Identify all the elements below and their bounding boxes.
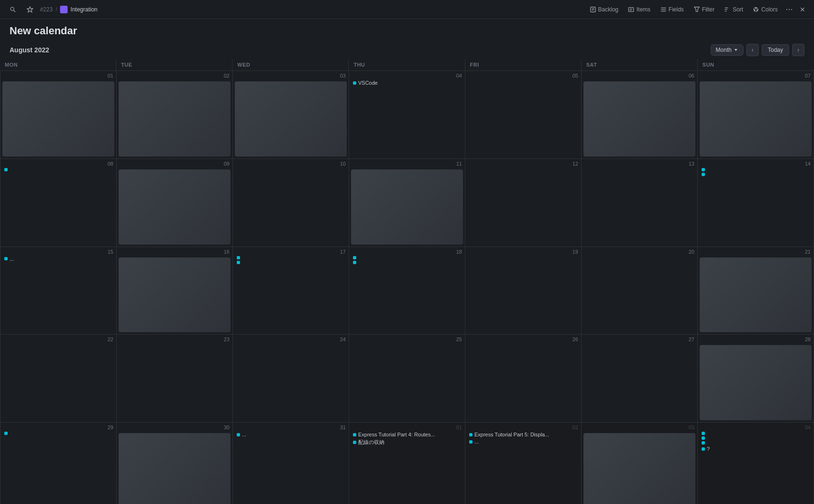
svg-point-0 — [10, 7, 14, 10]
event-item-2-3-1[interactable] — [352, 260, 462, 265]
gray-block-4-5 — [583, 433, 695, 504]
cal-cell-2-0[interactable]: 15... — [0, 247, 117, 335]
cal-cell-1-5[interactable]: 13 — [582, 159, 698, 247]
event-item-1-6-1[interactable] — [701, 172, 811, 177]
backlog-button[interactable]: Backlog — [586, 4, 623, 15]
event-item-4-3-0[interactable]: Express Tutorial Part 4: Routes... — [352, 431, 462, 438]
close-button[interactable]: ✕ — [797, 4, 808, 15]
date-num-0-1: 02 — [120, 73, 230, 79]
event-item-4-6-1[interactable] — [701, 436, 811, 440]
event-item-1-6-0[interactable] — [701, 168, 811, 172]
event-label-4-3-1: 配線の収納 — [358, 439, 384, 446]
cal-cell-0-6[interactable]: 07 — [698, 71, 814, 159]
event-item-4-4-0[interactable]: Express Tutorial Part 5: Displa... — [468, 431, 578, 438]
cal-cell-4-4[interactable]: 02Express Tutorial Part 5: Displa...... — [465, 423, 582, 504]
event-item-4-0-0[interactable] — [3, 431, 113, 435]
event-item-0-3-0[interactable]: VSCode — [352, 79, 462, 86]
fields-button[interactable]: Fields — [656, 4, 688, 15]
cal-rows-container: 01020304VSCode0506070809101112131415...1… — [0, 71, 814, 504]
date-num-3-1: 23 — [120, 336, 230, 343]
event-item-4-6-2[interactable] — [701, 441, 811, 445]
cal-cell-0-5[interactable]: 06 — [582, 71, 698, 159]
cal-cell-3-0[interactable]: 22 — [0, 335, 117, 423]
sort-button[interactable]: Sort — [720, 4, 747, 15]
cal-toolbar: August 2022 Month ‹ Today › — [0, 41, 814, 59]
prev-month-button[interactable]: ‹ — [746, 44, 759, 56]
date-num-0-5: 06 — [584, 73, 694, 79]
cal-cell-2-6[interactable]: 21 — [698, 247, 814, 335]
next-month-button[interactable]: › — [792, 44, 804, 56]
cal-cell-3-2[interactable]: 24 — [233, 335, 349, 423]
event-item-4-3-1[interactable]: 配線の収納 — [352, 438, 462, 446]
event-label-0-3-0: VSCode — [358, 80, 378, 86]
cal-cell-0-4[interactable]: 05 — [465, 71, 582, 159]
day-header-tue: TUE — [116, 59, 232, 70]
date-num-3-6: 28 — [701, 336, 811, 343]
cal-cell-2-1[interactable]: 16 — [117, 247, 233, 335]
cal-cell-4-3[interactable]: 01Express Tutorial Part 4: Routes...配線の収… — [349, 423, 465, 504]
week-row-2: 15...161718192021 — [0, 247, 814, 335]
cal-cell-1-3[interactable]: 11 — [349, 159, 465, 247]
event-item-2-2-0[interactable] — [236, 256, 346, 260]
cal-cell-4-2[interactable]: 31... — [233, 423, 349, 504]
cal-cell-4-6[interactable]: 04? — [698, 423, 814, 504]
today-button[interactable]: Today — [762, 44, 789, 56]
cal-cell-1-4[interactable]: 12 — [465, 159, 582, 247]
cal-cell-0-2[interactable]: 03 — [233, 71, 349, 159]
cal-cell-1-1[interactable]: 09 — [117, 159, 233, 247]
cal-cell-0-1[interactable]: 02 — [117, 71, 233, 159]
colors-button[interactable]: Colors — [749, 4, 782, 15]
month-selector[interactable]: Month — [711, 44, 744, 56]
search-button[interactable] — [6, 4, 20, 15]
gray-block-0-2 — [235, 81, 347, 157]
cal-cell-0-0[interactable]: 01 — [0, 71, 117, 159]
event-label-4-2-0: ... — [242, 432, 246, 437]
cal-cell-2-3[interactable]: 18 — [349, 247, 465, 335]
cal-cell-3-6[interactable]: 28 — [698, 335, 814, 423]
event-dot-4-0-0 — [4, 432, 8, 435]
date-num-1-5: 13 — [584, 161, 694, 168]
cal-cell-4-0[interactable]: 29 — [0, 423, 117, 504]
event-item-2-0-0[interactable]: ... — [3, 256, 113, 262]
cal-cell-3-3[interactable]: 25 — [349, 335, 465, 423]
filter-button[interactable]: Filter — [690, 4, 719, 15]
cal-cell-3-5[interactable]: 27 — [582, 335, 698, 423]
cal-cell-3-1[interactable]: 23 — [117, 335, 233, 423]
more-button[interactable]: ··· — [784, 4, 795, 15]
event-item-4-2-0[interactable]: ... — [236, 431, 346, 438]
date-num-0-2: 03 — [236, 73, 346, 79]
date-num-2-3: 18 — [352, 249, 462, 256]
cal-cell-1-6[interactable]: 14 — [698, 159, 814, 247]
event-item-2-2-1[interactable] — [236, 260, 346, 265]
svg-point-18 — [757, 10, 758, 10]
svg-marker-2 — [27, 6, 33, 12]
items-button[interactable]: Items — [624, 4, 654, 15]
cal-cell-2-4[interactable]: 19 — [465, 247, 582, 335]
cal-cell-4-5[interactable]: 03 — [582, 423, 698, 504]
cal-cell-0-3[interactable]: 04VSCode — [349, 71, 465, 159]
gray-block-3-6 — [700, 345, 812, 420]
cal-cell-1-0[interactable]: 08 — [0, 159, 117, 247]
event-dot-4-4-1 — [469, 440, 472, 444]
date-num-4-6: 04 — [701, 425, 811, 431]
star-button[interactable] — [23, 4, 37, 15]
event-item-2-3-0[interactable] — [352, 256, 462, 260]
svg-marker-12 — [694, 7, 699, 11]
event-item-4-6-0[interactable] — [701, 431, 811, 435]
cal-nav: Month ‹ Today › — [711, 44, 804, 56]
event-item-4-6-3[interactable]: ? — [701, 445, 811, 452]
day-header-mon: MON — [0, 59, 116, 70]
gray-block-1-1 — [119, 169, 231, 245]
day-header-thu: THU — [349, 59, 465, 70]
cal-cell-2-2[interactable]: 17 — [233, 247, 349, 335]
cal-cell-2-5[interactable]: 20 — [582, 247, 698, 335]
cal-cell-3-4[interactable]: 26 — [465, 335, 582, 423]
event-item-4-4-1[interactable]: ... — [468, 438, 578, 445]
event-dot-1-6-1 — [702, 173, 705, 176]
cal-cell-1-2[interactable]: 10 — [233, 159, 349, 247]
cal-cell-4-1[interactable]: 30 — [117, 423, 233, 504]
app-name: Integration — [70, 6, 98, 13]
event-dot-1-6-0 — [702, 168, 705, 171]
gray-block-2-6 — [700, 257, 812, 333]
event-item-1-0-0[interactable] — [3, 168, 113, 172]
